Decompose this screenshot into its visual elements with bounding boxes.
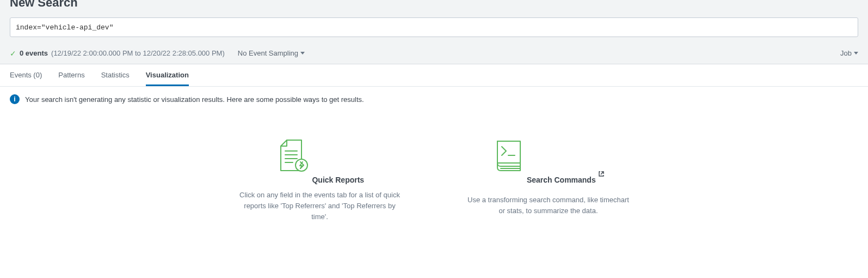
tab-patterns[interactable]: Patterns [58, 64, 84, 86]
info-message: Your search isn't generating any statist… [25, 95, 364, 104]
tab-visualization[interactable]: Visualization [146, 64, 189, 86]
chevron-down-icon [854, 52, 858, 55]
job-menu[interactable]: Job [840, 49, 858, 57]
quick-reports-title: Quick Reports [312, 176, 364, 184]
event-sampling-dropdown[interactable]: No Event Sampling [238, 49, 305, 57]
chevron-down-icon [300, 52, 305, 55]
job-label: Job [840, 49, 852, 57]
quick-reports-desc: Click on any field in the events tab for… [238, 190, 402, 222]
info-icon: i [10, 94, 20, 104]
search-bar-row [10, 17, 858, 44]
search-query-input[interactable] [10, 17, 858, 37]
events-count: 0 events [20, 49, 48, 57]
info-banner: i Your search isn't generating any stati… [0, 87, 868, 112]
report-document-icon [275, 139, 310, 173]
sampling-label: No Event Sampling [238, 49, 298, 57]
external-link-icon [598, 171, 605, 189]
results-tabs: Events (0) Patterns Statistics Visualiza… [0, 64, 868, 87]
status-row: ✓ 0 events (12/19/22 2:00:00.000 PM to 1… [10, 44, 858, 64]
terminal-book-icon [492, 139, 525, 173]
tab-events[interactable]: Events (0) [10, 64, 42, 86]
search-commands-desc: Use a transforming search command, like … [467, 195, 630, 216]
page-title: New Search [10, 0, 858, 13]
quick-reports-card: Quick Reports Click on any field in the … [238, 139, 402, 222]
time-range-text: (12/19/22 2:00:00.000 PM to 12/20/22 2:2… [51, 49, 225, 57]
search-status: ✓ 0 events (12/19/22 2:00:00.000 PM to 1… [10, 49, 225, 57]
search-commands-card[interactable]: Search Commands Use a transforming searc… [467, 139, 630, 222]
search-commands-title: Search Commands [527, 176, 596, 184]
tab-statistics[interactable]: Statistics [101, 64, 130, 86]
check-icon: ✓ [10, 50, 16, 57]
help-cards: Quick Reports Click on any field in the … [0, 112, 868, 244]
